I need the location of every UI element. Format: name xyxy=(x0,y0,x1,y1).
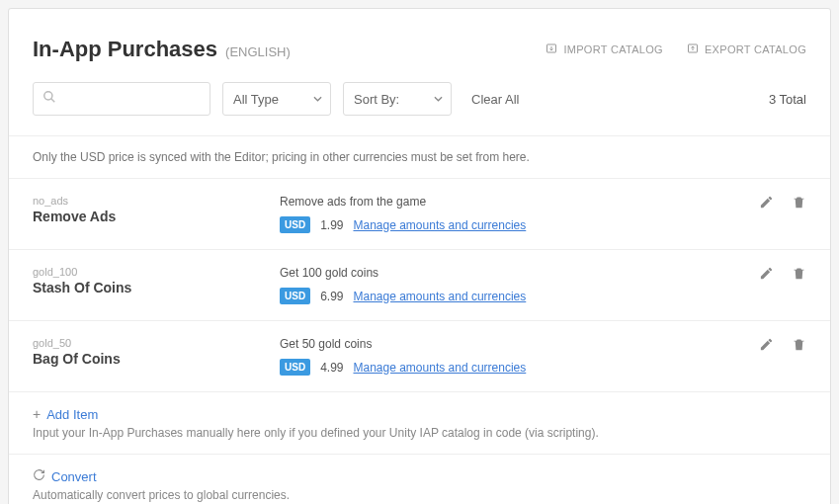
manage-currencies-link[interactable]: Manage amounts and currencies xyxy=(353,361,526,375)
manage-currencies-link[interactable]: Manage amounts and currencies xyxy=(353,290,526,303)
item-description: Get 50 gold coins xyxy=(280,337,759,351)
sort-select[interactable]: Sort By: xyxy=(343,82,452,116)
edit-icon[interactable] xyxy=(759,337,774,352)
convert-label: Convert xyxy=(51,469,97,484)
add-item-description: Input your In-App Purchases manually her… xyxy=(33,426,806,440)
search-input[interactable] xyxy=(33,82,210,116)
delete-icon[interactable] xyxy=(792,266,806,281)
export-label: EXPORT CATALOG xyxy=(705,43,806,55)
item-price: 1.99 xyxy=(320,218,343,232)
currency-badge: USD xyxy=(280,359,310,376)
convert-description: Automatically convert prices to global c… xyxy=(33,488,806,502)
export-icon xyxy=(687,42,699,56)
item-name: Stash Of Coins xyxy=(33,280,280,295)
chevron-down-icon xyxy=(313,92,322,107)
plus-icon: + xyxy=(33,406,41,422)
iap-item-row: gold_50 Bag Of Coins Get 50 gold coins U… xyxy=(9,321,830,392)
total-count: 3 Total xyxy=(769,92,806,107)
panel-header: In-App Purchases (ENGLISH) IMPORT CATALO… xyxy=(9,9,830,82)
clear-all-button[interactable]: Clear All xyxy=(471,92,519,107)
import-label: IMPORT CATALOG xyxy=(563,43,663,55)
export-catalog-button[interactable]: EXPORT CATALOG xyxy=(687,42,806,56)
manage-currencies-link[interactable]: Manage amounts and currencies xyxy=(353,218,526,232)
delete-icon[interactable] xyxy=(792,337,806,352)
sort-label: Sort By: xyxy=(354,92,399,107)
import-catalog-button[interactable]: IMPORT CATALOG xyxy=(545,42,663,56)
iap-item-row: no_ads Remove Ads Remove ads from the ga… xyxy=(9,179,830,250)
filters-row: All Type Sort By: Clear All 3 Total xyxy=(9,82,830,135)
page-title: In-App Purchases xyxy=(33,37,217,62)
language-label: (ENGLISH) xyxy=(225,44,291,59)
delete-icon[interactable] xyxy=(792,195,806,210)
refresh-icon xyxy=(33,468,45,484)
item-id: gold_50 xyxy=(33,337,280,349)
item-price: 4.99 xyxy=(320,361,343,375)
item-id: gold_100 xyxy=(33,266,280,278)
item-description: Get 100 gold coins xyxy=(280,266,759,280)
iap-panel: In-App Purchases (ENGLISH) IMPORT CATALO… xyxy=(8,8,831,504)
currency-badge: USD xyxy=(280,288,310,304)
item-name: Remove Ads xyxy=(33,209,280,224)
item-id: no_ads xyxy=(33,195,280,207)
type-filter-label: All Type xyxy=(233,92,279,107)
chevron-down-icon xyxy=(434,92,443,107)
type-filter-select[interactable]: All Type xyxy=(222,82,331,116)
iap-item-row: gold_100 Stash Of Coins Get 100 gold coi… xyxy=(9,250,830,321)
edit-icon[interactable] xyxy=(759,266,774,281)
item-description: Remove ads from the game xyxy=(280,195,759,209)
svg-line-3 xyxy=(51,99,55,103)
currency-badge: USD xyxy=(280,216,310,233)
item-name: Bag Of Coins xyxy=(33,351,280,367)
edit-icon[interactable] xyxy=(759,195,774,210)
search-icon xyxy=(42,90,56,108)
add-item-label: Add Item xyxy=(46,407,98,422)
add-item-button[interactable]: + Add Item xyxy=(33,406,806,422)
svg-point-2 xyxy=(44,92,52,100)
import-icon xyxy=(545,42,557,56)
item-price: 6.99 xyxy=(320,290,343,303)
sync-info-text: Only the USD price is synced with the Ed… xyxy=(9,135,830,179)
convert-button[interactable]: Convert xyxy=(33,468,806,484)
